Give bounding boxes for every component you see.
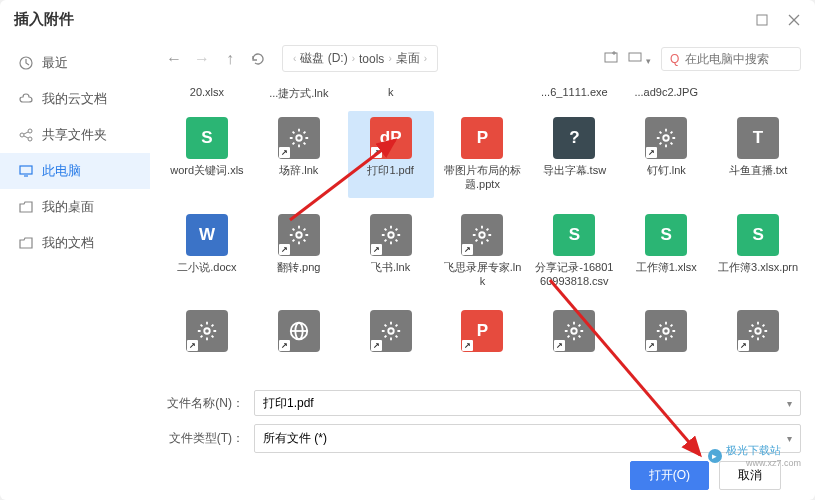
cloud-icon xyxy=(18,91,34,107)
file-label: 斗鱼直播.txt xyxy=(729,163,788,177)
file-item[interactable]: ↗场辞.lnk xyxy=(256,111,342,198)
shortcut-badge-icon: ↗ xyxy=(646,340,657,351)
file-item[interactable]: dP↗打印1.pdf xyxy=(348,111,434,198)
file-icon: ↗ xyxy=(278,117,320,159)
bottom-panel: 文件名称(N)： ▾ 文件类型(T)： 所有文件 (*) ▾ 打开(O) 取消 xyxy=(164,382,801,490)
truncated-label xyxy=(715,86,801,101)
file-item[interactable]: ↗ xyxy=(715,304,801,362)
file-label: 工作簿3.xlsx.prn xyxy=(718,260,798,274)
titlebar: 插入附件 xyxy=(0,0,815,39)
sidebar: 最近 我的云文档 共享文件夹 此电脑 我的桌面 我的文档 xyxy=(0,39,150,500)
file-item[interactable]: ↗飞思录屏专家.lnk xyxy=(440,208,526,295)
forward-button[interactable]: → xyxy=(192,49,212,69)
file-label: 翻转.png xyxy=(277,260,320,274)
file-label: 打印1.pdf xyxy=(367,163,413,177)
chevron-left-icon: ‹ xyxy=(293,53,296,64)
clock-icon xyxy=(18,55,34,71)
file-item[interactable]: P带图片布局的标题.pptx xyxy=(440,111,526,198)
svg-rect-0 xyxy=(757,15,767,25)
chevron-down-icon[interactable]: ▾ xyxy=(787,433,792,444)
file-icon: ↗ xyxy=(461,214,503,256)
file-icon: ↗ xyxy=(186,310,228,352)
sidebar-item-documents[interactable]: 我的文档 xyxy=(0,225,150,261)
truncated-label: k xyxy=(348,86,434,101)
svg-point-20 xyxy=(204,328,210,334)
chevron-down-icon[interactable]: ▾ xyxy=(787,398,792,409)
back-button[interactable]: ← xyxy=(164,49,184,69)
file-icon: ↗ xyxy=(278,310,320,352)
sidebar-item-label: 共享文件夹 xyxy=(42,126,107,144)
file-item[interactable]: ↗ xyxy=(164,304,250,362)
truncated-label: ...6_1111.exe xyxy=(531,86,617,101)
sidebar-item-label: 此电脑 xyxy=(42,162,81,180)
cancel-button[interactable]: 取消 xyxy=(719,461,781,490)
maximize-button[interactable] xyxy=(755,13,769,27)
file-item[interactable]: S工作簿1.xlsx xyxy=(623,208,709,295)
file-label: 分享记录-1680160993818.csv xyxy=(533,260,615,289)
breadcrumb-part[interactable]: tools xyxy=(359,52,384,66)
file-label: 场辞.lnk xyxy=(279,163,318,177)
svg-point-4 xyxy=(20,133,24,137)
svg-point-17 xyxy=(296,232,302,238)
svg-point-5 xyxy=(28,129,32,133)
file-icon: P↗ xyxy=(461,310,503,352)
file-icon: ↗ xyxy=(737,310,779,352)
file-label: 钉钉.lnk xyxy=(647,163,686,177)
filetype-select[interactable]: 所有文件 (*) ▾ xyxy=(254,424,801,453)
truncated-labels-row: 20.xlsx...捷方式.lnkk...6_1111.exe...ad9c2.… xyxy=(164,86,801,101)
monitor-icon xyxy=(18,163,34,179)
open-button[interactable]: 打开(O) xyxy=(630,461,709,490)
dialog-title: 插入附件 xyxy=(14,10,74,29)
refresh-button[interactable] xyxy=(248,49,268,69)
filename-input[interactable] xyxy=(263,396,787,410)
file-item[interactable]: P↗ xyxy=(440,304,526,362)
file-label: 飞思录屏专家.lnk xyxy=(442,260,524,289)
breadcrumb-part[interactable]: 磁盘 (D:) xyxy=(300,50,347,67)
sidebar-item-this-pc[interactable]: 此电脑 xyxy=(0,153,150,189)
search-input[interactable] xyxy=(685,52,792,66)
file-item[interactable]: S工作簿3.xlsx.prn xyxy=(715,208,801,295)
file-item[interactable]: ↗飞书.lnk xyxy=(348,208,434,295)
file-icon: ↗ xyxy=(645,117,687,159)
svg-point-15 xyxy=(296,135,302,141)
svg-point-16 xyxy=(663,135,669,141)
sidebar-item-cloud-docs[interactable]: 我的云文档 xyxy=(0,81,150,117)
file-grid: 20.xlsx...捷方式.lnkk...6_1111.exe...ad9c2.… xyxy=(164,82,801,382)
file-item[interactable]: S分享记录-1680160993818.csv xyxy=(531,208,617,295)
shortcut-badge-icon: ↗ xyxy=(554,340,565,351)
file-item[interactable]: ↗ xyxy=(256,304,342,362)
view-mode-icon[interactable]: ▾ xyxy=(628,50,651,68)
svg-rect-14 xyxy=(629,53,641,61)
up-button[interactable]: ↑ xyxy=(220,49,240,69)
svg-point-19 xyxy=(480,232,486,238)
shortcut-badge-icon: ↗ xyxy=(462,244,473,255)
file-item[interactable]: Sword关键词.xls xyxy=(164,111,250,198)
folder-icon xyxy=(18,199,34,215)
file-item[interactable]: ↗钉钉.lnk xyxy=(623,111,709,198)
filename-field[interactable]: ▾ xyxy=(254,390,801,416)
shortcut-badge-icon: ↗ xyxy=(371,340,382,351)
file-item[interactable]: ↗翻转.png xyxy=(256,208,342,295)
toolbar: ← → ↑ ‹ 磁盘 (D:) › tools › 桌面 › ▾ xyxy=(164,39,801,82)
breadcrumb-part[interactable]: 桌面 xyxy=(396,50,420,67)
breadcrumb[interactable]: ‹ 磁盘 (D:) › tools › 桌面 › xyxy=(282,45,438,72)
sidebar-item-desktop[interactable]: 我的桌面 xyxy=(0,189,150,225)
file-item[interactable]: W二小说.docx xyxy=(164,208,250,295)
chevron-right-icon: › xyxy=(388,53,391,64)
search-icon: Q xyxy=(670,52,679,66)
file-icon: ? xyxy=(553,117,595,159)
shortcut-badge-icon: ↗ xyxy=(371,147,382,158)
search-box[interactable]: Q xyxy=(661,47,801,71)
file-item[interactable]: ↗ xyxy=(531,304,617,362)
file-item[interactable]: ↗ xyxy=(348,304,434,362)
sidebar-item-shared[interactable]: 共享文件夹 xyxy=(0,117,150,153)
close-button[interactable] xyxy=(787,13,801,27)
file-item[interactable]: T斗鱼直播.txt xyxy=(715,111,801,198)
truncated-label xyxy=(440,86,526,101)
svg-line-7 xyxy=(24,132,28,134)
file-item[interactable]: ↗ xyxy=(623,304,709,362)
sidebar-item-recent[interactable]: 最近 xyxy=(0,45,150,81)
new-folder-icon[interactable] xyxy=(604,50,618,68)
file-icon: S xyxy=(645,214,687,256)
file-item[interactable]: ?导出字幕.tsw xyxy=(531,111,617,198)
